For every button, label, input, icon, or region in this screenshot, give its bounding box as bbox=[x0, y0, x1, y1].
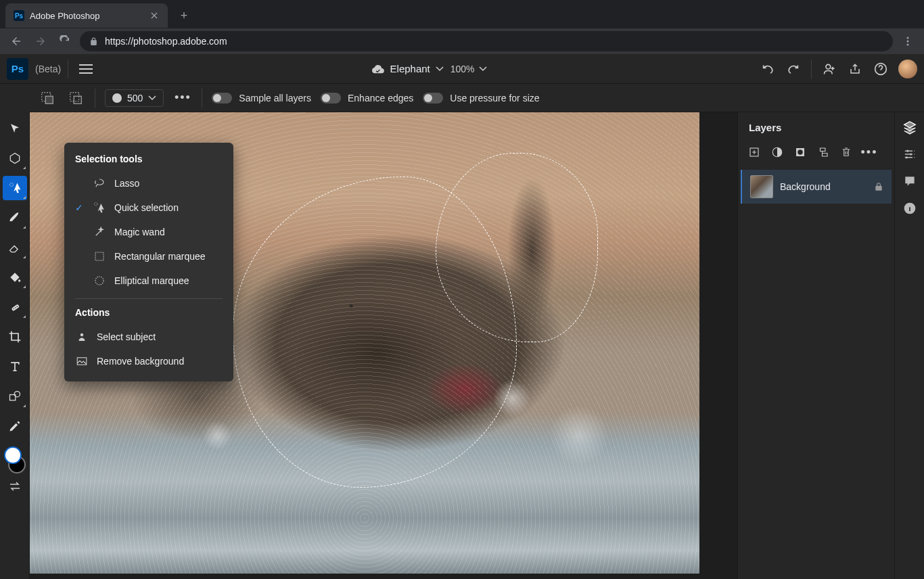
svg-rect-18 bbox=[95, 252, 103, 260]
selection-tool[interactable] bbox=[3, 176, 27, 200]
subtract-from-selection-button[interactable] bbox=[66, 89, 85, 108]
flyout-action-remove-background[interactable]: Remove background bbox=[64, 349, 233, 373]
flyout-item-label: Elliptical marquee bbox=[114, 275, 189, 286]
browser-menu-button[interactable] bbox=[898, 32, 917, 51]
url-text: https://photoshop.adobe.com bbox=[105, 36, 227, 47]
forward-button[interactable] bbox=[31, 32, 50, 51]
sample-all-layers-toggle[interactable]: Sample all layers bbox=[212, 93, 311, 103]
add-layer-button[interactable] bbox=[747, 145, 761, 159]
toggle-switch[interactable] bbox=[423, 93, 443, 103]
back-button[interactable] bbox=[7, 32, 26, 51]
right-panel-strip bbox=[894, 112, 924, 579]
flyout-action-select-subject[interactable]: Select subject bbox=[64, 325, 233, 349]
new-tab-button[interactable]: + bbox=[175, 6, 193, 25]
layers-panel-title: Layers bbox=[738, 112, 894, 143]
shape-tool[interactable] bbox=[3, 384, 27, 409]
url-bar[interactable]: https://photoshop.adobe.com bbox=[80, 31, 893, 51]
color-swatches[interactable] bbox=[3, 446, 27, 473]
use-pressure-toggle[interactable]: Use pressure for size bbox=[423, 93, 539, 103]
brush-size-control[interactable]: 500 bbox=[105, 89, 164, 107]
lock-icon[interactable] bbox=[874, 182, 883, 191]
toggle-label: Sample all layers bbox=[239, 93, 311, 103]
layer-thumbnail[interactable] bbox=[750, 175, 773, 198]
user-avatar[interactable] bbox=[898, 60, 917, 78]
selection-marquee bbox=[436, 153, 598, 342]
svg-point-17 bbox=[95, 203, 98, 206]
header-right bbox=[760, 60, 917, 78]
svg-point-10 bbox=[18, 279, 20, 281]
toggle-switch[interactable] bbox=[212, 93, 232, 103]
foreground-color[interactable] bbox=[4, 446, 22, 464]
brush-tool[interactable] bbox=[3, 206, 27, 230]
healing-tool[interactable] bbox=[3, 295, 27, 319]
move-tool[interactable] bbox=[3, 116, 27, 141]
swap-colors-button[interactable] bbox=[9, 482, 21, 491]
crop-tool[interactable] bbox=[3, 325, 27, 349]
browser-tab[interactable]: Ps Adobe Photoshop bbox=[5, 3, 168, 28]
fill-tool[interactable] bbox=[3, 265, 27, 290]
layers-panel: Layers bbox=[738, 112, 894, 579]
flyout-section-header: Actions bbox=[64, 304, 233, 325]
more-options-button[interactable]: ••• bbox=[173, 89, 192, 108]
favicon-photoshop-icon: Ps bbox=[14, 10, 24, 21]
svg-point-27 bbox=[910, 153, 912, 155]
flyout-item-elliptical-marquee[interactable]: Elliptical marquee bbox=[64, 269, 233, 293]
tool-strip bbox=[0, 112, 30, 579]
zoom-control[interactable]: 100% bbox=[451, 64, 487, 74]
help-button[interactable] bbox=[873, 61, 889, 77]
svg-rect-7 bbox=[70, 92, 79, 101]
close-tab-icon[interactable] bbox=[149, 10, 160, 21]
svg-point-16 bbox=[14, 392, 20, 397]
refresh-button[interactable] bbox=[55, 32, 74, 51]
brush-size-value: 500 bbox=[127, 93, 143, 103]
layer-name[interactable]: Background bbox=[780, 181, 867, 192]
photoshop-logo-icon[interactable]: Ps bbox=[7, 58, 28, 80]
flyout-item-lasso[interactable]: Lasso bbox=[64, 171, 233, 195]
text-tool[interactable] bbox=[3, 354, 27, 379]
layers-panel-tab[interactable] bbox=[900, 118, 919, 137]
svg-point-19 bbox=[95, 277, 103, 285]
main-menu-button[interactable] bbox=[75, 58, 97, 80]
quick-selection-icon bbox=[93, 201, 106, 214]
flyout-item-rectangular-marquee[interactable]: Rectangular marquee bbox=[64, 244, 233, 269]
redo-button[interactable] bbox=[785, 61, 802, 77]
tab-title: Adobe Photoshop bbox=[30, 11, 143, 21]
clip-layer-button[interactable] bbox=[816, 145, 830, 159]
layer-row[interactable]: Background bbox=[741, 170, 892, 204]
lock-icon bbox=[89, 37, 98, 46]
rectangular-marquee-icon bbox=[93, 250, 106, 263]
flyout-item-label: Rectangular marquee bbox=[114, 251, 206, 262]
flyout-action-label: Remove background bbox=[97, 356, 184, 367]
document-title-group[interactable]: Elephant bbox=[370, 63, 444, 74]
flyout-action-label: Select subject bbox=[97, 331, 156, 342]
svg-point-25 bbox=[798, 149, 803, 155]
undo-button[interactable] bbox=[760, 61, 776, 77]
eyedropper-tool[interactable] bbox=[3, 414, 27, 438]
share-button[interactable] bbox=[847, 61, 863, 77]
add-to-selection-button[interactable] bbox=[38, 89, 57, 108]
lasso-icon bbox=[93, 177, 106, 190]
layers-more-button[interactable]: ••• bbox=[862, 145, 876, 159]
canvas-area[interactable]: Selection tools Lasso ✓ Quick selection bbox=[30, 112, 737, 579]
document-name: Elephant bbox=[390, 63, 430, 74]
info-panel-tab[interactable] bbox=[900, 199, 919, 218]
adjustment-layer-button[interactable] bbox=[770, 145, 784, 159]
brush-preview-icon bbox=[112, 93, 122, 103]
chevron-down-icon bbox=[148, 95, 156, 101]
transform-tool[interactable] bbox=[3, 146, 27, 170]
layers-toolbar: ••• bbox=[738, 143, 894, 167]
svg-point-9 bbox=[9, 183, 13, 187]
enhance-edges-toggle[interactable]: Enhance edges bbox=[321, 93, 413, 103]
eraser-tool[interactable] bbox=[3, 235, 27, 260]
properties-panel-tab[interactable] bbox=[900, 145, 919, 164]
delete-layer-button[interactable] bbox=[839, 145, 853, 159]
select-subject-icon bbox=[75, 330, 89, 344]
toggle-switch[interactable] bbox=[321, 93, 341, 103]
flyout-item-magic-wand[interactable]: Magic wand bbox=[64, 220, 233, 244]
flyout-item-quick-selection[interactable]: ✓ Quick selection bbox=[64, 195, 233, 220]
comments-panel-tab[interactable] bbox=[900, 172, 919, 191]
invite-button[interactable] bbox=[821, 61, 837, 77]
mask-button[interactable] bbox=[793, 145, 807, 159]
browser-chrome: Ps Adobe Photoshop + https://photoshop.a… bbox=[0, 0, 924, 54]
header-center: Elephant 100% bbox=[103, 63, 753, 74]
